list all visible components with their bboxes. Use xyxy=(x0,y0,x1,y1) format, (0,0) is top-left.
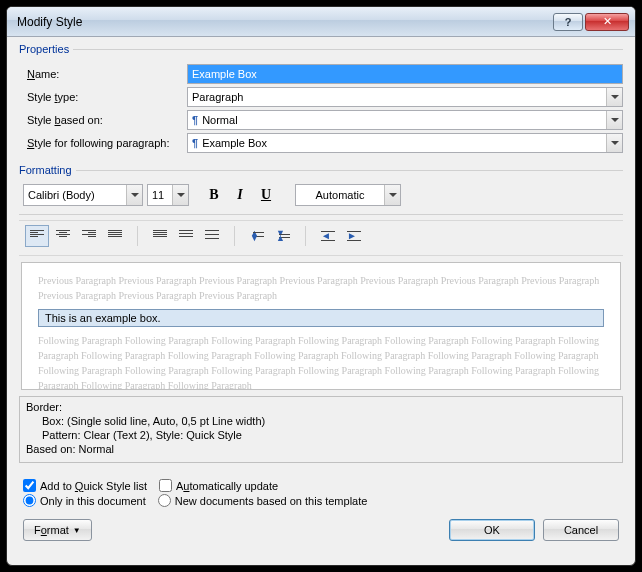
font-combo[interactable]: Calibri (Body) xyxy=(23,184,143,206)
spacing-1-5-button[interactable] xyxy=(174,225,198,247)
chevron-down-icon xyxy=(606,88,622,106)
increase-indent-button[interactable]: ► xyxy=(342,225,366,247)
italic-button[interactable]: I xyxy=(229,184,251,206)
pilcrow-icon: ¶ xyxy=(192,137,198,149)
following-label: Style for following paragraph: xyxy=(19,137,187,149)
chevron-down-icon xyxy=(126,185,142,205)
preview-example-line: This is an example box. xyxy=(38,309,604,327)
bold-button[interactable]: B xyxy=(203,184,225,206)
cancel-button[interactable]: Cancel xyxy=(543,519,619,541)
color-combo[interactable]: Automatic xyxy=(295,184,401,206)
style-info: Border: Box: (Single solid line, Auto, 0… xyxy=(19,396,623,463)
increase-indent-icon: ► xyxy=(347,230,361,242)
align-center-button[interactable] xyxy=(51,225,75,247)
preview-previous-text: Previous Paragraph Previous Paragraph Pr… xyxy=(38,273,604,303)
titlebar: Modify Style ? ✕ xyxy=(7,7,635,37)
following-combo[interactable]: ¶Example Box xyxy=(187,133,623,153)
help-button[interactable]: ? xyxy=(553,13,583,31)
only-this-doc-radio[interactable]: Only in this document xyxy=(23,494,146,507)
close-button[interactable]: ✕ xyxy=(585,13,629,31)
chevron-down-icon xyxy=(606,111,622,129)
para-space-dec-icon: ▼▲ xyxy=(276,229,290,243)
formatting-group: Formatting Calibri (Body) 11 B I U Autom… xyxy=(19,164,623,467)
close-icon: ✕ xyxy=(603,15,612,28)
align-left-button[interactable] xyxy=(25,225,49,247)
window-title: Modify Style xyxy=(17,15,551,29)
based-on-combo[interactable]: ¶Normal xyxy=(187,110,623,130)
pilcrow-icon: ¶ xyxy=(192,114,198,126)
spacing-double-icon xyxy=(205,230,219,242)
modify-style-dialog: Modify Style ? ✕ Properties Name: Style … xyxy=(6,6,636,566)
space-before-dec-button[interactable]: ▼▲ xyxy=(271,225,295,247)
chevron-down-icon xyxy=(384,185,400,205)
style-type-label: Style type: xyxy=(19,91,187,103)
para-space-inc-icon: ▲▼ xyxy=(250,229,264,243)
align-justify-icon xyxy=(108,230,122,242)
align-right-button[interactable] xyxy=(77,225,101,247)
properties-group: Properties Name: Style type: Paragraph S… xyxy=(19,43,623,160)
align-left-icon xyxy=(30,230,44,242)
ok-button[interactable]: OK xyxy=(449,519,535,541)
preview-pane: Previous Paragraph Previous Paragraph Pr… xyxy=(21,262,621,390)
decrease-indent-icon: ◄ xyxy=(321,230,335,242)
chevron-down-icon xyxy=(172,185,188,205)
spacing-1-button[interactable] xyxy=(148,225,172,247)
based-on-label: Style based on: xyxy=(19,114,187,126)
size-combo[interactable]: 11 xyxy=(147,184,189,206)
format-button[interactable]: Format▼ xyxy=(23,519,92,541)
properties-legend: Properties xyxy=(19,43,73,55)
style-type-combo[interactable]: Paragraph xyxy=(187,87,623,107)
auto-update-checkbox[interactable]: Automatically update xyxy=(159,479,278,492)
chevron-down-icon: ▼ xyxy=(73,526,81,535)
align-center-icon xyxy=(56,230,70,242)
spacing-2-button[interactable] xyxy=(200,225,224,247)
new-docs-radio[interactable]: New documents based on this template xyxy=(158,494,368,507)
preview-following-text: Following Paragraph Following Paragraph … xyxy=(38,333,604,390)
align-right-icon xyxy=(82,230,96,242)
space-before-inc-button[interactable]: ▲▼ xyxy=(245,225,269,247)
add-quick-style-checkbox[interactable]: Add to Quick Style list xyxy=(23,479,147,492)
spacing-single-icon xyxy=(153,230,167,242)
align-justify-button[interactable] xyxy=(103,225,127,247)
spacing-medium-icon xyxy=(179,230,193,242)
name-input[interactable] xyxy=(187,64,623,84)
name-label: Name: xyxy=(19,68,187,80)
chevron-down-icon xyxy=(606,134,622,152)
underline-button[interactable]: U xyxy=(255,184,277,206)
formatting-legend: Formatting xyxy=(19,164,76,176)
decrease-indent-button[interactable]: ◄ xyxy=(316,225,340,247)
